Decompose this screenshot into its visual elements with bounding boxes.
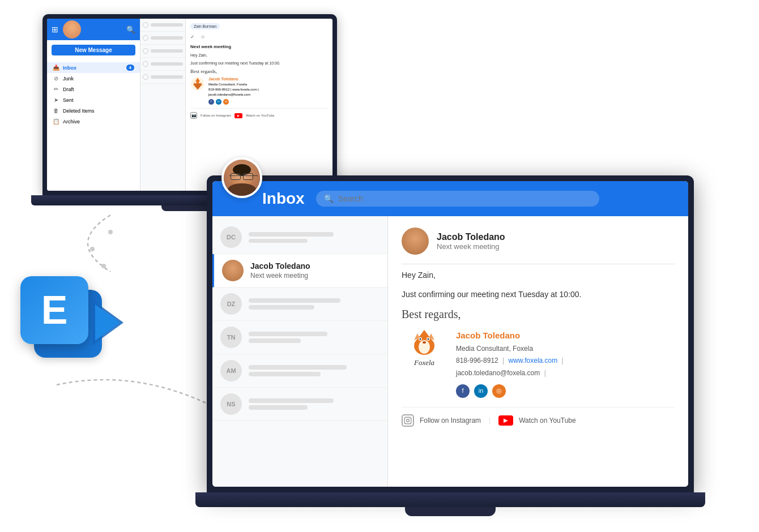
small-nav-archive[interactable]: 📋 Archive [47, 116, 140, 127]
list-avatar-dz: DZ [220, 293, 242, 315]
small-checkbox[interactable] [143, 22, 148, 28]
foxela-wordmark: Foxela [414, 358, 434, 367]
email-divider [402, 264, 675, 264]
list-item-dz[interactable]: DZ [212, 288, 387, 321]
small-nav-deleted[interactable]: 🗑 Deleted Items [47, 105, 140, 116]
large-laptop-header: Inbox 🔍 [212, 181, 688, 216]
archive-icon: 📋 [53, 118, 59, 125]
list-item-dc[interactable]: DC [212, 221, 387, 254]
email-header: Jacob Toledano Next week meeting [402, 228, 675, 255]
small-youtube-icon: ▶ [234, 113, 242, 118]
sig-info-block: Jacob Toledano Media Consultant, Foxela … [456, 328, 566, 398]
small-line [151, 49, 183, 53]
svg-point-15 [420, 338, 421, 340]
linkedin-icon: in [474, 384, 488, 398]
dashed-curve-top [54, 209, 167, 277]
large-search-icon: 🔍 [324, 194, 334, 203]
search-input[interactable] [338, 194, 451, 203]
svg-rect-18 [404, 417, 411, 424]
list-avatar-ns: NS [220, 393, 242, 415]
youtube-icon: ▶ [498, 415, 513, 426]
sender-info: Jacob Toledano Next week meeting [437, 232, 505, 251]
small-laptop-nav: 📥 Inbox 4 ⊘ Junk ✏ Draft ➤ Sent [47, 60, 140, 129]
small-list-item[interactable] [140, 19, 185, 32]
sig-contact-line1: 818-996-8912 | www.foxela.com | [456, 355, 566, 367]
sender-name: Jacob Toledano [437, 232, 505, 242]
signature-block: Foxela Jacob Toledano Media Consultant, … [402, 328, 675, 398]
search-container[interactable]: 🔍 [316, 191, 599, 207]
email-content-panel: Jacob Toledano Next week meeting Hey Zai… [388, 216, 688, 487]
svg-point-0 [108, 230, 113, 234]
large-laptop-stand [405, 507, 496, 516]
small-checkbox[interactable] [143, 74, 148, 80]
small-checkbox[interactable] [143, 61, 148, 67]
list-item-name: Jacob Toledano [250, 261, 380, 271]
large-laptop: Inbox 🔍 DC [195, 175, 705, 526]
youtube-text: Watch on YouTube [519, 417, 576, 424]
signature-cursive: Best regards, [402, 308, 675, 321]
instagram-text: Follow on Instagram [420, 417, 481, 424]
facebook-icon: f [456, 384, 470, 398]
sig-full-name: Jacob Toledano [456, 328, 566, 343]
email-body-text: Just confirming our meeting next Tuesday… [402, 288, 675, 301]
list-avatar-dc: DC [220, 226, 242, 248]
small-email-greeting: Hey Zain, [190, 53, 328, 58]
svg-point-1 [90, 247, 95, 251]
small-checkbox[interactable] [143, 35, 148, 41]
list-item-subject: Next week meeting [250, 272, 380, 280]
small-nav-draft[interactable]: ✏ Draft [47, 84, 140, 95]
small-yt-text: Watch on YouTube [246, 114, 274, 117]
foxela-logo-container: Foxela [402, 328, 447, 367]
exchange-letter: E [41, 290, 68, 330]
small-laptop-header: ⊞ 🔍 [47, 19, 140, 40]
large-laptop-avatar [224, 160, 260, 196]
small-search-icon: 🔍 [126, 25, 135, 34]
small-email-subject: Next week meeting [190, 44, 328, 49]
small-email-list [140, 19, 186, 191]
svg-point-20 [410, 418, 410, 419]
list-avatar-am: AM [220, 360, 242, 381]
sig-title: Media Consultant, Foxela [456, 343, 566, 355]
list-avatar-tn: TN [220, 327, 242, 348]
small-checkbox[interactable] [143, 48, 148, 54]
small-sig-phone: 818-996-8912 | www.foxela.com | [208, 87, 259, 92]
list-avatar-jacob [222, 260, 244, 281]
small-star-icon: ☆ [201, 34, 207, 41]
small-instagram-icon: 📷 [190, 112, 197, 119]
small-web-icon: w [223, 99, 229, 105]
list-item-am[interactable]: AM [212, 354, 387, 388]
small-line [151, 23, 183, 27]
small-facebook-icon: f [208, 99, 214, 105]
small-line [151, 75, 183, 79]
email-list-panel: DC Jacob Toledano Next week [212, 216, 388, 487]
small-new-message-button[interactable]: New Message [52, 45, 135, 55]
sent-icon: ➤ [53, 97, 59, 103]
small-list-item[interactable] [140, 32, 185, 45]
svg-point-16 [428, 338, 429, 340]
small-nav-junk[interactable]: ⊘ Junk [47, 73, 140, 84]
svg-point-6 [194, 81, 196, 83]
list-item-jacob[interactable]: Jacob Toledano Next week meeting [212, 254, 387, 288]
draft-icon: ✏ [53, 86, 59, 92]
web-icon: ◎ [492, 384, 506, 398]
deleted-icon: 🗑 [53, 108, 59, 114]
small-nav-sent[interactable]: ➤ Sent [47, 95, 140, 105]
small-linkedin-icon: in [216, 99, 221, 105]
small-footer-bar: 📷 Follow on Instagram ▶ Watch on YouTube [190, 108, 328, 119]
small-nav-inbox[interactable]: 📥 Inbox 4 [47, 62, 140, 73]
small-list-item[interactable] [140, 45, 185, 58]
small-sig-title: Media Consultant, Foxela [208, 82, 259, 87]
small-ig-text: Follow on Instagram [201, 114, 231, 117]
inbox-badge: 4 [126, 65, 134, 71]
email-subject-preview: Next week meeting [437, 242, 505, 251]
small-line [151, 62, 183, 66]
list-item-tn[interactable]: TN [212, 321, 387, 354]
list-item-ns[interactable]: NS [212, 388, 387, 421]
social-icons-row: f in ◎ [456, 384, 566, 398]
small-foxela-logo [190, 76, 205, 91]
svg-point-17 [423, 341, 426, 344]
small-list-item[interactable] [140, 58, 185, 71]
small-signature-cursive: Best regards, [190, 68, 328, 74]
small-list-item[interactable] [140, 71, 185, 84]
inbox-icon: 📥 [53, 65, 59, 71]
